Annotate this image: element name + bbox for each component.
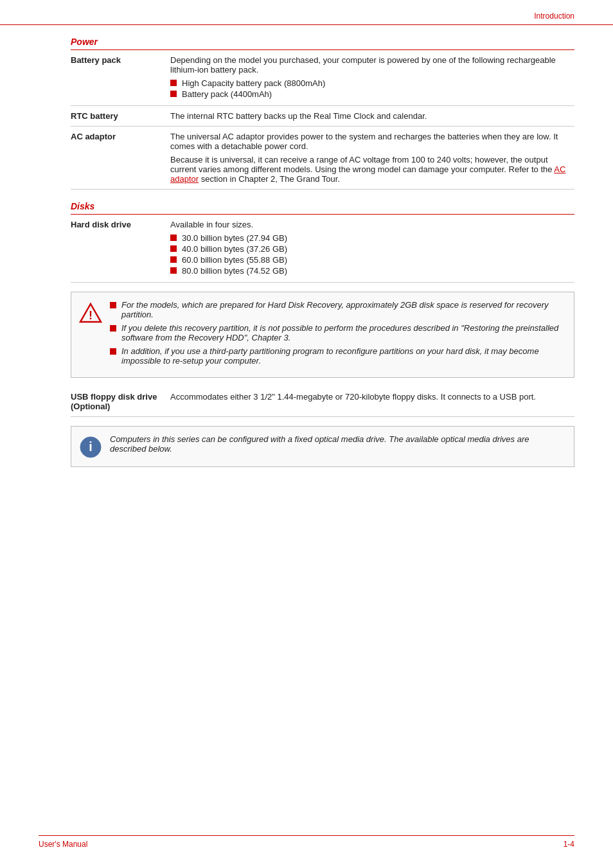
warning-bullet-3: In addition, if you use a third-party pa… [121,346,564,366]
usb-floppy-table: USB floppy disk drive (Optional) Accommo… [71,387,574,417]
bullet-icon [110,302,116,308]
header-intro-label: Introduction [534,12,574,21]
disks-section: Disks Hard disk drive Available in four … [71,201,574,283]
bullet-text: 40.0 billion bytes (37.26 GB) [182,244,287,254]
ac-desc-text-2: Because it is universal, it can receive … [170,155,568,184]
battery-pack-bullets: High Capacity battery pack (8800mAh) Bat… [170,78,568,99]
info-text: Computers in this series can be configur… [110,434,529,454]
bullet-text: 60.0 billion bytes (55.88 GB) [182,255,287,265]
battery-pack-desc: Depending on the model you purchased, yo… [170,50,574,106]
power-table: Battery pack Depending on the model you … [71,50,574,190]
footer-left-label: User's Manual [39,840,87,849]
list-item: 40.0 billion bytes (37.26 GB) [170,244,568,254]
bullet-text: 80.0 billion bytes (74.52 GB) [182,266,287,276]
rtc-battery-label: RTC battery [71,106,170,127]
bullet-icon [110,348,116,355]
list-item: 30.0 billion bytes (27.94 GB) [170,233,568,243]
table-row: Hard disk drive Available in four sizes.… [71,215,574,283]
list-item: Battery pack (4400mAh) [170,89,568,99]
ac-adaptor-desc: The universal AC adaptor provides power … [170,127,574,190]
footer-right-label: 1-4 [564,840,574,849]
page: Introduction Power Battery pack Dependin… [0,0,613,868]
bullet-icon [170,91,177,97]
hdd-label: Hard disk drive [71,215,170,283]
bullet-text: Battery pack (4400mAh) [182,89,272,99]
svg-text:!: ! [89,309,93,322]
usb-floppy-label-text: USB floppy disk drive (Optional) [71,392,157,411]
hdd-desc: Available in four sizes. 30.0 billion by… [170,215,574,283]
bullet-icon [170,256,177,263]
bullet-icon [170,245,177,252]
info-icon: i [79,436,102,459]
battery-pack-label: Battery pack [71,50,170,106]
svg-text:i: i [89,439,93,454]
bullet-icon [110,325,116,332]
info-notice-box: i Computers in this series can be config… [71,426,574,467]
power-section-title: Power [71,37,574,47]
table-row: Battery pack Depending on the model you … [71,50,574,106]
list-item: For the models, which are prepared for H… [110,300,564,319]
table-row: RTC battery The internal RTC battery bac… [71,106,574,127]
header: Introduction [0,0,613,25]
rtc-battery-desc: The internal RTC battery backs up the Re… [170,106,574,127]
hdd-desc-text: Available in four sizes. [170,220,568,229]
bullet-text: 30.0 billion bytes (27.94 GB) [182,233,287,243]
list-item: High Capacity battery pack (8800mAh) [170,78,568,88]
usb-floppy-desc-text: Accommodates either 3 1/2" 1.44-megabyte… [170,392,536,402]
usb-floppy-label: USB floppy disk drive (Optional) [71,387,170,417]
usb-floppy-desc: Accommodates either 3 1/2" 1.44-megabyte… [170,387,574,417]
ac-adaptor-link[interactable]: AC adaptor [170,164,565,184]
disks-section-title: Disks [71,201,574,211]
list-item: 80.0 billion bytes (74.52 GB) [170,266,568,276]
bullet-icon [170,267,177,274]
ac-desc-text-1: The universal AC adaptor provides power … [170,132,568,151]
warning-bullets-list: For the models, which are prepared for H… [110,300,564,366]
ac-adaptor-label: AC adaptor [71,127,170,190]
info-notice-content: Computers in this series can be configur… [110,434,564,454]
warning-bullet-2: If you delete this recovery partition, i… [121,323,564,342]
bullet-icon [170,235,177,241]
list-item: If you delete this recovery partition, i… [110,323,564,342]
hdd-bullets: 30.0 billion bytes (27.94 GB) 40.0 billi… [170,233,568,276]
footer: User's Manual 1-4 [39,835,574,849]
warning-notice-content: For the models, which are prepared for H… [110,300,564,369]
rtc-desc-text: The internal RTC battery backs up the Re… [170,111,568,121]
battery-pack-desc-text: Depending on the model you purchased, yo… [170,55,568,75]
list-item: 60.0 billion bytes (55.88 GB) [170,255,568,265]
bullet-text: High Capacity battery pack (8800mAh) [182,78,325,88]
disks-table: Hard disk drive Available in four sizes.… [71,215,574,283]
warning-icon: ! [79,301,102,324]
bullet-icon [170,80,177,86]
warning-notice-box: ! For the models, which are prepared for… [71,292,574,378]
content-area: Power Battery pack Depending on the mode… [0,37,613,467]
warning-bullet-1: For the models, which are prepared for H… [121,300,564,319]
table-row: USB floppy disk drive (Optional) Accommo… [71,387,574,417]
list-item: In addition, if you use a third-party pa… [110,346,564,366]
power-section: Power Battery pack Depending on the mode… [71,37,574,190]
table-row: AC adaptor The universal AC adaptor prov… [71,127,574,190]
